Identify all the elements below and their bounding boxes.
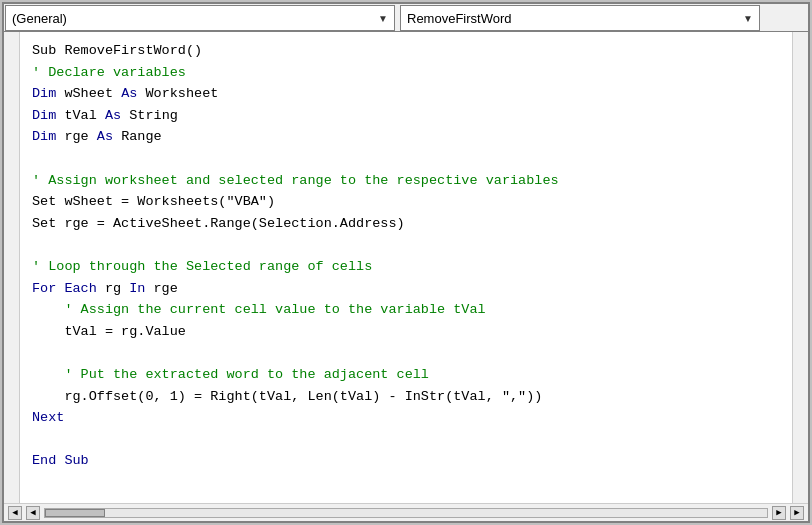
code-line-2: ' Declare variables: [32, 65, 186, 80]
scroll-left-arrow[interactable]: ◀: [8, 506, 22, 520]
toolbar: (General) ▼ RemoveFirstWord ▼: [4, 4, 808, 32]
code-line-1: Sub RemoveFirstWord(): [32, 43, 202, 58]
scroll-track[interactable]: [44, 508, 768, 518]
horizontal-scrollbar[interactable]: ◀ ◀ ▶ ▶: [8, 506, 804, 520]
right-scrollbar[interactable]: [792, 32, 808, 503]
proc-dropdown[interactable]: RemoveFirstWord ▼: [400, 5, 760, 31]
left-scrollbar[interactable]: [4, 32, 20, 503]
code-editor[interactable]: Sub RemoveFirstWord() ' Declare variable…: [20, 32, 792, 503]
bottom-bar: ◀ ◀ ▶ ▶: [4, 503, 808, 521]
code-line-7: ' Assign worksheet and selected range to…: [32, 173, 559, 188]
code-line-14: tVal = rg.Value: [32, 324, 186, 339]
scroll-thumb[interactable]: [45, 509, 105, 517]
code-area: Sub RemoveFirstWord() ' Declare variable…: [4, 32, 808, 503]
code-line-12: For Each rg In rge: [32, 281, 178, 296]
code-line-5: Dim rge As Range: [32, 129, 162, 144]
code-line-9: Set rge = ActiveSheet.Range(Selection.Ad…: [32, 216, 405, 231]
proc-dropdown-arrow: ▼: [743, 13, 753, 24]
code-line-16: ' Put the extracted word to the adjacent…: [32, 367, 429, 382]
general-dropdown-arrow: ▼: [378, 13, 388, 24]
general-dropdown[interactable]: (General) ▼: [5, 5, 395, 31]
scroll-far-right-arrow[interactable]: ▶: [790, 506, 804, 520]
code-line-13: ' Assign the current cell value to the v…: [32, 302, 486, 317]
general-dropdown-label: (General): [12, 11, 67, 26]
code-line-20: End Sub: [32, 453, 89, 468]
code-line-11: ' Loop through the Selected range of cel…: [32, 259, 372, 274]
editor-window: (General) ▼ RemoveFirstWord ▼ Sub Remove…: [2, 2, 810, 523]
code-line-8: Set wSheet = Worksheets("VBA"): [32, 194, 275, 209]
code-line-4: Dim tVal As String: [32, 108, 178, 123]
scroll-right-arrow-2[interactable]: ▶: [772, 506, 786, 520]
proc-dropdown-label: RemoveFirstWord: [407, 11, 512, 26]
code-line-3: Dim wSheet As Worksheet: [32, 86, 218, 101]
scroll-right-arrow-1[interactable]: ◀: [26, 506, 40, 520]
code-line-18: Next: [32, 410, 64, 425]
code-line-17: rg.Offset(0, 1) = Right(tVal, Len(tVal) …: [32, 389, 542, 404]
